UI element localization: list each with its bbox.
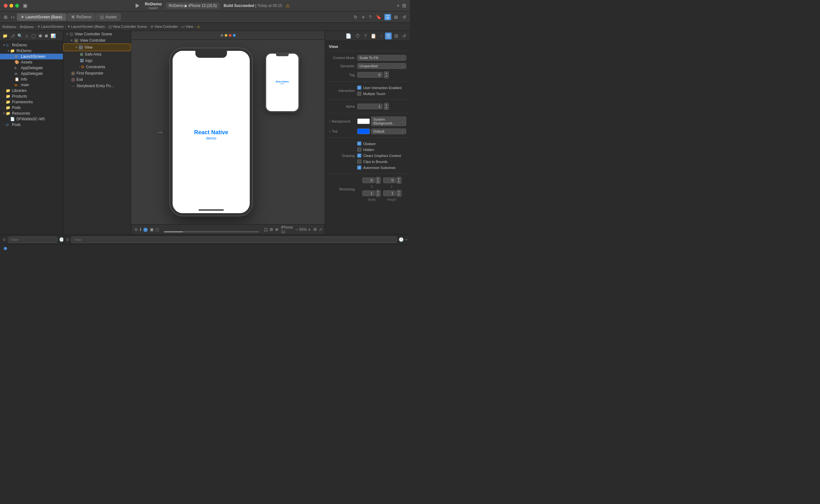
canvas-crop-icon[interactable]: ◫ (264, 227, 268, 232)
semantic-dropdown[interactable]: Unspecified ⌄ (357, 63, 406, 69)
stretch-y-down-btn[interactable]: ▼ (397, 180, 401, 183)
scheme-selector[interactable]: RnDemo ▶ iPhone 13 (15.5) (166, 3, 220, 9)
stretch-w-input[interactable]: 1 (362, 190, 375, 196)
canvas-resize-icon[interactable]: ⊞ (270, 227, 273, 232)
user-interaction-checkbox[interactable] (357, 86, 361, 90)
canvas-settings-icon[interactable]: ⚙ (313, 227, 317, 232)
tree-item-launchscreen[interactable]: ✕ LaunchScreen (0, 54, 63, 59)
run-button[interactable] (134, 2, 141, 9)
bc-launchscreen-base[interactable]: ✕ LaunchScreen (Base) (67, 25, 105, 29)
insp-connect-icon[interactable]: ↺ (401, 33, 407, 39)
insp-size-icon[interactable]: ⊞ (393, 33, 400, 39)
canvas-filter-icon[interactable]: ⊙ (134, 227, 138, 232)
background-plus[interactable]: + (329, 119, 331, 123)
clips-bounds-checkbox[interactable] (357, 159, 361, 164)
vcs-nav-icon[interactable]: ⎇ (9, 33, 15, 39)
insp-view-icon[interactable]: ☰ (385, 33, 392, 39)
stretch-w-up-btn[interactable]: ▲ (376, 190, 380, 193)
alpha-decrement-btn[interactable]: ▼ (384, 106, 389, 110)
sb-item-vc[interactable]: ▼ ⊙ View Controller (63, 37, 131, 44)
tree-item-pods-group[interactable]: › 📁 Pods (0, 105, 63, 111)
stretch-h-down-btn[interactable]: ▼ (397, 193, 401, 196)
sb-item-storyboard-entry[interactable]: → Storyboard Entry Po... (63, 83, 131, 89)
background-swatch[interactable] (357, 118, 370, 124)
stretch-x-up-btn[interactable]: ▲ (376, 177, 380, 180)
insp-help-icon[interactable]: ? (363, 33, 368, 39)
navigator-toggle[interactable]: ⊞ (393, 14, 399, 20)
tree-item-dfwawsc[interactable]: 📄 DFWaWaSC-W5 (0, 116, 63, 122)
tree-item-pods-blue[interactable]: › ⊙ Pods (0, 122, 63, 128)
tree-item-libraries[interactable]: › 📁 Libraries (0, 88, 63, 93)
warning-nav-icon[interactable]: ⚠ (24, 33, 29, 39)
clears-graphics-checkbox[interactable] (357, 153, 361, 158)
sb-item-safe-area[interactable]: ⊞ Safe Area (63, 51, 131, 57)
tree-item-appdelegate-m[interactable]: m AppDelegate (0, 71, 63, 76)
close-button[interactable] (4, 4, 8, 8)
sidebar-toggle-icon[interactable]: ▣ (23, 3, 27, 9)
tag-input[interactable] (357, 72, 383, 78)
hidden-checkbox[interactable] (357, 147, 361, 152)
tag-increment-btn[interactable]: ▲ (384, 72, 389, 75)
back-btn[interactable]: ‹ (11, 14, 12, 20)
canvas-device-icon[interactable]: ◻ (155, 227, 159, 232)
multiple-touch-checkbox[interactable] (357, 92, 361, 96)
alpha-input[interactable] (357, 104, 383, 109)
lines-btn[interactable]: ≡ (361, 14, 366, 20)
canvas-scrollbar[interactable] (164, 231, 259, 232)
background-dropdown[interactable]: System Background... ⌄ (371, 117, 406, 126)
alpha-increment-btn[interactable]: ▲ (384, 103, 389, 106)
fullscreen-button[interactable] (15, 4, 19, 8)
storyboard-filter-input[interactable] (71, 237, 397, 243)
tree-item-resources[interactable]: ▼ 📁 Resources (0, 111, 63, 116)
stretch-x-input[interactable]: 0 (362, 177, 375, 183)
search-nav-icon[interactable]: 🔍 (17, 33, 23, 39)
bc-view[interactable]: ▭ View (181, 25, 193, 29)
stretch-h-up-btn[interactable]: ▲ (397, 190, 401, 193)
tint-dropdown[interactable]: Default ⌄ (371, 129, 406, 134)
help-btn[interactable]: ? (368, 14, 373, 20)
forward-btn[interactable]: › (13, 14, 15, 20)
content-mode-dropdown[interactable]: Scale To Fill ⌄ (357, 55, 406, 61)
tree-item-frameworks[interactable]: › 📁 Frameworks (0, 99, 63, 105)
tree-item-assets[interactable]: 🎨 Assets (0, 59, 63, 65)
stretch-x-down-btn[interactable]: ▼ (376, 180, 380, 183)
sb-filter-recent-icon[interactable]: 🕐 (399, 237, 404, 242)
refresh-btn[interactable]: ↻ (353, 14, 359, 20)
breakpoint-nav-icon[interactable]: ⬢ (44, 33, 49, 39)
test-nav-icon[interactable]: ◯ (31, 33, 37, 39)
alpha-stepper[interactable]: ▲ ▼ (384, 103, 389, 110)
bc-launchscreen[interactable]: ✕ LaunchScreen (37, 25, 63, 29)
autoresize-checkbox[interactable] (357, 165, 361, 170)
debug-nav-icon[interactable]: ⬟ (38, 33, 43, 39)
tree-item-rndemo-root[interactable]: ▼ ⊙ RnDemo (0, 42, 63, 48)
tint-plus[interactable]: + (329, 129, 331, 133)
bookmark-btn[interactable]: 🔖 (375, 14, 383, 20)
canvas-share-icon[interactable]: ↗ (324, 227, 325, 232)
stretch-x-stepper[interactable]: ▲ ▼ (376, 177, 381, 184)
tab-assets[interactable]: ◫ Assets (96, 13, 121, 21)
stretch-y-up-btn[interactable]: ▲ (397, 177, 401, 180)
tab-rndemo[interactable]: ⌘ RnDemo (67, 13, 95, 21)
tree-item-appdelegate-h[interactable]: h AppDelegate (0, 65, 63, 71)
stretch-w-down-btn[interactable]: ▼ (376, 193, 380, 196)
opaque-checkbox[interactable] (357, 141, 361, 146)
stretch-w-stepper[interactable]: ▲ ▼ (376, 190, 381, 197)
canvas-expand-icon[interactable]: ⤢ (319, 227, 323, 232)
nav-filter-input[interactable] (8, 237, 57, 243)
add-icon[interactable]: + (397, 3, 400, 9)
tag-stepper[interactable]: ▲ ▼ (384, 71, 389, 78)
minimize-button[interactable] (9, 4, 13, 8)
bc-vc[interactable]: ⊙ View Controller (150, 25, 178, 29)
tree-item-info[interactable]: 📋 Info (0, 76, 63, 82)
sb-item-logo[interactable]: 🖼 logo (63, 57, 131, 64)
canvas-info-icon[interactable]: ℹ (140, 227, 141, 232)
stretch-y-input[interactable]: 0 (383, 177, 396, 183)
stretch-h-input[interactable]: 1 (383, 190, 396, 196)
sb-item-vc-scene[interactable]: ▼ ◫ View Controller Scene (63, 31, 131, 37)
bc-rndemo2[interactable]: RnDemo (20, 25, 33, 29)
report-nav-icon[interactable]: 📊 (50, 33, 56, 39)
sb-item-view[interactable]: ▼ ▭ View (63, 44, 131, 51)
stretch-h-stepper[interactable]: ▲ ▼ (396, 190, 401, 197)
structure-toggle-btn[interactable]: ⊞ (3, 14, 9, 20)
canvas-grid-icon[interactable]: ▣ (150, 227, 154, 232)
